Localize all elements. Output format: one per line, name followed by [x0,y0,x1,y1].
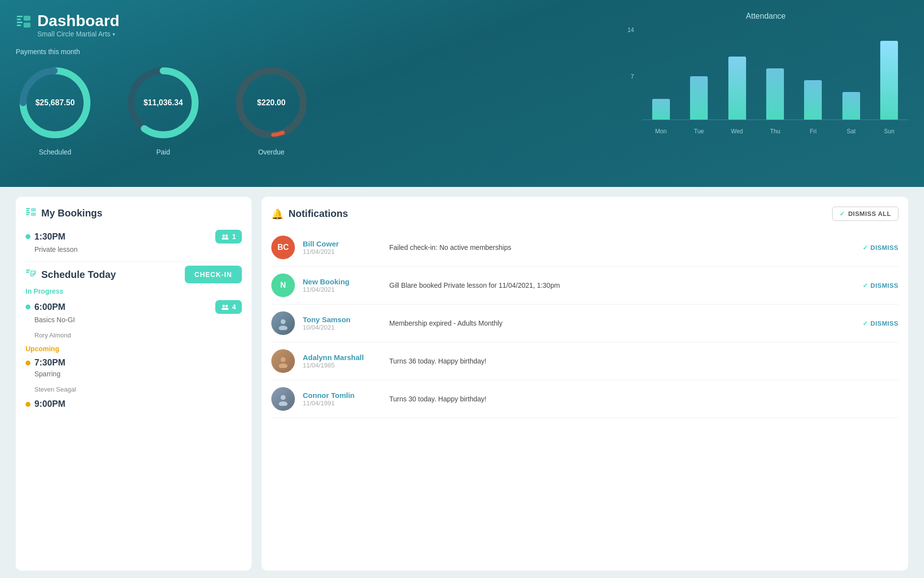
dismiss-button-bill-cower[interactable]: ✓ DISMISS [863,244,898,251]
schedule-item-6pm: 6:00PM 4 [26,300,242,314]
bell-icon: 🔔 [271,208,284,220]
schedule-dot-orange-2 [26,402,30,407]
schedule-title: Schedule Today [41,269,116,280]
avatar-connor-tomlin [271,387,295,411]
avatar-tony-samson [271,311,295,335]
dismiss-all-label: DISMISS ALL [848,210,891,217]
schedule-class-730pm: Sparring [34,370,242,378]
schedule-instructor-6pm: Rory Almond [34,332,242,339]
svg-rect-14 [26,210,29,212]
dismiss-button-new-booking[interactable]: ✓ DISMISS [863,282,898,289]
paid-payment-card: $11,036.34 Paid [124,63,202,156]
scheduled-label: Scheduled [39,148,71,156]
bar-wed [718,57,756,120]
bookings-icon [26,207,36,220]
org-name: Small Circle Martial Arts [37,30,111,38]
paid-label: Paid [156,148,170,156]
dismiss-all-check-icon: ✓ [839,210,845,217]
paid-circle: $11,036.34 [124,63,202,142]
dismiss-button-tony-samson[interactable]: ✓ DISMISS [863,320,898,327]
y-label-14: 14 [628,27,634,33]
booking-dot-green [26,234,30,239]
bar-fri [794,80,832,120]
dismiss-check-icon-2: ✓ [863,282,868,289]
schedule-time-9pm: 9:00PM [26,399,65,409]
overdue-circle: $220.00 [232,63,311,142]
notif-item-adalynn-marshall: Adalynn Marshall 11/04/1985 Turns 36 tod… [271,342,898,380]
divider-1 [26,261,242,262]
svg-rect-24 [26,272,29,273]
bar-sun-fill [880,41,898,120]
svg-point-30 [279,326,288,330]
notif-date-adalynn-marshall: 11/04/1985 [303,362,381,369]
svg-rect-0 [17,16,23,17]
x-label-thu: Thu [756,128,794,135]
notif-message-tony-samson: Membership expired - Adults Monthly [389,319,855,327]
bar-thu [756,68,794,120]
svg-rect-18 [31,213,36,216]
schedule-icon [26,268,36,281]
booking-time-130: 1:30PM [26,232,65,242]
notif-date-tony-samson: 10/04/2021 [303,324,381,331]
overdue-payment-card: $220.00 Overdue [232,63,311,156]
attendee-badge-4: 4 [215,300,242,314]
bar-sat [832,92,870,120]
svg-point-32 [279,364,288,368]
schedule-time-6pm: 6:00PM [26,302,65,312]
notifications-header: 🔔 Notifications ✓ DISMISS ALL [271,207,898,221]
checkin-button[interactable]: CHECK-IN [185,266,242,283]
x-label-fri: Fri [794,128,832,135]
schedule-dot-green [26,304,30,309]
notif-name-new-booking[interactable]: New Booking [303,277,381,286]
org-selector[interactable]: Small Circle Martial Arts ▾ [37,30,119,38]
notif-user-tony-samson: Tony Samson 10/04/2021 [303,315,381,331]
notif-name-connor-tomlin[interactable]: Connor Tomlin [303,391,381,399]
x-label-wed: Wed [718,128,756,135]
x-label-tue: Tue [680,128,718,135]
svg-rect-4 [24,16,30,21]
svg-point-31 [281,357,286,362]
in-progress-label: In Progress [26,287,242,295]
bar-thu-fill [766,68,784,120]
svg-point-26 [226,305,228,307]
avatar-new-booking: N [271,274,295,297]
header-title-block: Dashboard Small Circle Martial Arts ▾ [37,12,119,38]
overdue-label: Overdue [258,148,285,156]
schedule-header: Schedule Today CHECK-IN [26,266,242,283]
dismiss-all-button[interactable]: ✓ DISMISS ALL [832,207,898,221]
notif-item-connor-tomlin: Connor Tomlin 11/04/1991 Turns 30 today.… [271,380,898,418]
notifications-title: Notifications [289,208,348,219]
notif-user-new-booking: New Booking 11/04/2021 [303,277,381,293]
svg-point-33 [281,395,286,400]
attendance-section: Attendance 14 7 [623,12,908,135]
notif-name-adalynn-marshall[interactable]: Adalynn Marshall [303,353,381,362]
notif-title-row: 🔔 Notifications [271,208,348,220]
notif-name-tony-samson[interactable]: Tony Samson [303,315,381,324]
schedule-item-9pm: 9:00PM [26,399,242,409]
schedule-item-730pm: 7:30PM [26,358,242,368]
svg-rect-17 [31,208,36,212]
notif-name-bill-cower[interactable]: Bill Cower [303,240,381,248]
notif-user-adalynn-marshall: Adalynn Marshall 11/04/1985 [303,353,381,369]
schedule-time-text-9pm: 9:00PM [34,399,65,409]
avatar-bill-cower: BC [271,236,295,259]
attendance-title: Attendance [623,12,908,21]
attendee-badge-1: 1 [215,230,242,243]
bookings-card-header: My Bookings [26,207,242,220]
schedule-dot-orange-1 [26,361,30,365]
notif-message-bill-cower: Failed check-in: No active memberships [389,243,855,251]
dashboard-icon [16,14,31,33]
notif-date-new-booking: 11/04/2021 [303,286,381,293]
bottom-section: My Bookings 1:30PM 1 Private lesson [0,187,924,578]
svg-rect-15 [26,212,30,213]
scheduled-value: $25,687.50 [35,98,75,107]
dashboard-background: Dashboard Small Circle Martial Arts ▾ Pa… [0,0,924,187]
x-label-sat: Sat [832,128,870,135]
bookings-card: My Bookings 1:30PM 1 Private lesson [16,197,252,571]
scheduled-circle: $25,687.50 [16,63,94,142]
svg-rect-16 [26,214,29,215]
notif-date-bill-cower: 11/04/2021 [303,248,381,255]
notif-user-connor-tomlin: Connor Tomlin 11/04/1991 [303,391,381,407]
bar-sun [870,41,908,120]
notif-user-bill-cower: Bill Cower 11/04/2021 [303,240,381,255]
